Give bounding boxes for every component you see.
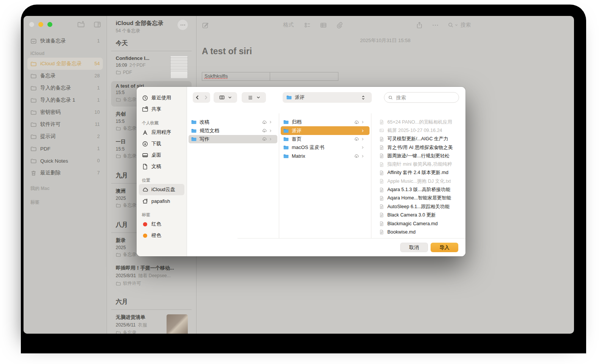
cancel-button[interactable]: 取消 [400, 243, 428, 252]
file-row[interactable]: 65×24 PANO...的宽幅相机应用 [371, 118, 465, 126]
browser-folder-row[interactable]: 归档 [281, 118, 370, 126]
current-folder-dropdown[interactable]: 派评 [283, 92, 372, 103]
sidebar-item-count: 28 [94, 73, 100, 78]
file-row[interactable]: Aqara 5.1.3 版...高阶桥接功能 [371, 185, 465, 194]
note-list-item[interactable]: 无脑进货清单2025/6/11衣服备忘录 [111, 312, 192, 334]
file-name: Affinity 套件 2.4 版本更新.md [387, 169, 448, 176]
list-more-button[interactable] [178, 20, 188, 30]
file-row[interactable]: AutoSleep 6.1...跟踪相关功能 [371, 202, 465, 211]
dialog-sidebar-item[interactable]: iCloud云盘 [139, 184, 184, 195]
browser-folder-row[interactable]: Matrix [281, 152, 370, 160]
note-list-item[interactable]: Confidence I...16:092个PDFPDF [111, 53, 192, 79]
traffic-lights [29, 22, 52, 27]
browser-folder-row[interactable]: macOS 蓝皮书 [281, 143, 370, 152]
file-row[interactable]: 指南针 mini 极简风格,功能纯粹 [371, 160, 465, 168]
import-button[interactable]: 导入 [431, 243, 458, 252]
file-row[interactable]: Apple Music...拥抱 DJ 文化.txt [371, 177, 465, 185]
sidebar-item-count: 1 [97, 97, 100, 103]
note-table[interactable]: Sskfhkslfls [202, 72, 338, 81]
folder-icon [30, 133, 37, 140]
back-icon[interactable] [194, 94, 200, 100]
group-by-button[interactable] [242, 92, 266, 103]
folder-icon [30, 73, 37, 79]
file-row[interactable]: 圆周旅迹/一键...行规划更轻松 [371, 152, 465, 160]
file-row[interactable]: 胃之书/用 AI 思维探索食物之美 [371, 143, 465, 152]
table-button[interactable] [320, 20, 327, 30]
sidebar-item-label: 导入的备忘录 1 [40, 97, 97, 104]
browser-folder-row[interactable]: 首页 [281, 135, 370, 143]
dialog-sidebar-item[interactable]: 文稿 [139, 161, 184, 172]
dialog-sidebar-header: 标签 [137, 210, 187, 218]
notes-sidebar-item[interactable]: Quick Notes0 [27, 155, 103, 167]
share-button[interactable] [416, 20, 423, 30]
file-row[interactable]: Black Camera 3.0 更新 [371, 211, 465, 219]
format-button[interactable]: 格式 [283, 20, 294, 30]
notes-search-button[interactable]: 搜索 [448, 20, 471, 30]
clock-icon [142, 95, 148, 101]
note-list-item[interactable]: 即插即用！手搓一个移动...2025/8/31随着 Deepsee...软件许可 [111, 263, 192, 288]
notes-sidebar-item[interactable]: 提示词2 [27, 130, 103, 143]
file-row[interactable]: Blackmagic Camera.md [371, 220, 465, 228]
checklist-button[interactable] [304, 20, 311, 30]
sidebar-item-count: 1 [97, 85, 100, 91]
doc-file-icon [379, 204, 384, 209]
dialog-sidebar-item[interactable]: 最近使用 [139, 92, 184, 104]
file-row[interactable]: Affinity 套件 2.4 版本更新.md [371, 169, 465, 177]
sidebar-item-label: iCloud 全部备忘录 [40, 60, 94, 67]
import-file-dialog: 最近使用共享个人收藏应用程序下载桌面文稿位置iCloud云盘papafish标签… [137, 87, 465, 256]
forward-icon[interactable] [203, 94, 209, 100]
notes-sidebar-item[interactable]: 软件许可11 [27, 118, 103, 130]
sidebar-section-header: iCloud [30, 49, 100, 58]
sidebar-toggle-icon[interactable] [93, 20, 101, 28]
dialog-sidebar-item-label: 共享 [151, 106, 161, 113]
folder-icon [116, 252, 121, 257]
dot-red-icon [142, 221, 148, 228]
dialog-sidebar-item[interactable]: 下载 [139, 138, 184, 149]
dialog-sidebar-item[interactable]: 桌面 [139, 149, 184, 161]
search-icon [388, 95, 393, 100]
compose-icon [202, 22, 209, 29]
browser-folder-row[interactable]: 写作 [189, 135, 277, 143]
notes-sidebar-item[interactable]: 最近删除7 [27, 167, 103, 179]
dialog-sidebar-item[interactable]: papafish [139, 195, 184, 207]
file-row[interactable]: Bookwise.md [371, 228, 465, 236]
doc-file-icon [379, 170, 384, 176]
view-mode-button[interactable] [214, 92, 237, 103]
file-name: 圆周旅迹/一键...行规划更轻松 [387, 153, 450, 159]
file-name: AutoSleep 6.1...跟踪相关功能 [387, 204, 450, 210]
attach-button[interactable] [336, 20, 343, 30]
compose-note-button[interactable] [202, 20, 209, 30]
dialog-sidebar-item[interactable]: 橙色 [139, 230, 184, 241]
notes-sidebar-item[interactable]: 导入的备忘录1 [27, 82, 103, 94]
notes-sidebar-item[interactable]: 快速备忘录1 [27, 35, 103, 47]
close-window-button[interactable] [29, 22, 34, 27]
notes-sidebar-item[interactable]: iCloud 全部备忘录54 [27, 58, 103, 70]
dialog-search-field[interactable] [384, 92, 459, 103]
notes-sidebar-item[interactable]: 备忘录28 [27, 70, 103, 82]
browser-folder-row[interactable]: 改稿 [189, 118, 277, 126]
file-row[interactable]: Aqara Home...智能家居更智能 [371, 194, 465, 202]
dialog-sidebar-item[interactable]: 共享 [139, 104, 184, 115]
more-button[interactable] [432, 20, 439, 30]
zoom-window-button[interactable] [47, 22, 52, 27]
minimize-window-button[interactable] [38, 22, 43, 27]
notes-sidebar-item[interactable]: 导入的备忘录 11 [27, 94, 103, 106]
browser-folder-row[interactable]: 规范文档 [189, 126, 277, 135]
folder-icon [30, 61, 37, 67]
table-cell[interactable] [270, 72, 338, 81]
file-row[interactable]: 可灵模型更新/...AIGC 生产力 [371, 135, 465, 143]
folder-icon [116, 70, 121, 75]
notes-sidebar-item[interactable]: PDF1 [27, 143, 103, 155]
folder-icon [116, 330, 121, 334]
browser-folder-row[interactable]: 派评 [281, 126, 370, 135]
search-input[interactable] [395, 94, 455, 101]
table-cell[interactable]: Sskfhkslfls [202, 72, 270, 81]
dialog-sidebar-item[interactable]: 红色 [139, 218, 184, 230]
dialog-sidebar-item-label: 桌面 [151, 152, 161, 158]
sidebar-item-label: Quick Notes [40, 158, 97, 164]
new-folder-icon[interactable] [77, 20, 85, 28]
file-row[interactable]: 截屏 2025-10-27 09.16.24 [371, 126, 465, 135]
notes-sidebar-item[interactable]: 密钥密码10 [27, 106, 103, 118]
dialog-sidebar-item[interactable]: 应用程序 [139, 127, 184, 138]
ellipsis-icon [180, 22, 186, 28]
